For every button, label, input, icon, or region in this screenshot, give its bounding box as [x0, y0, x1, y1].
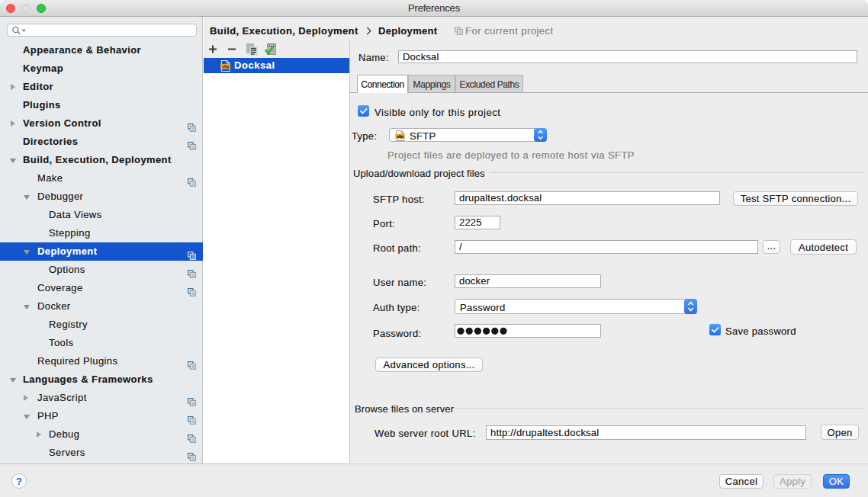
svg-text:sftp: sftp	[397, 134, 404, 139]
svg-text:sftp: sftp	[222, 64, 230, 69]
